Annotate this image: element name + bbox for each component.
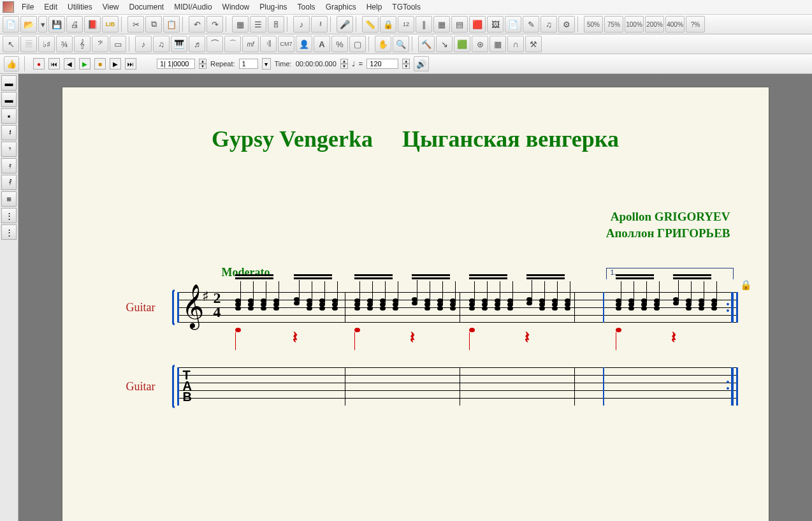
edit-icon[interactable]: ✎	[523, 16, 539, 33]
note-chord[interactable]	[354, 298, 360, 310]
paste-icon[interactable]: 📋	[163, 16, 180, 33]
print-icon[interactable]: 🖨	[66, 16, 83, 33]
menu-file[interactable]: File	[17, 1, 39, 13]
rest-icon[interactable]: 𝄽	[311, 16, 328, 33]
tie-tool-icon[interactable]: ⁀	[207, 36, 223, 52]
counter-spinner[interactable]: ▲▼	[199, 59, 207, 69]
layout-icon[interactable]: ▤	[451, 16, 468, 33]
color-icon[interactable]: 🟥	[469, 16, 486, 33]
note-mover-icon[interactable]: ↘	[436, 36, 453, 52]
zoom-tool-icon[interactable]: 🔍	[393, 36, 409, 52]
note-chord[interactable]	[469, 298, 475, 310]
menu-edit[interactable]: Edit	[39, 1, 62, 13]
beam-icon[interactable]: ≡	[1, 191, 17, 207]
save-icon[interactable]: 💾	[48, 16, 65, 33]
note-chord[interactable]	[654, 298, 660, 310]
bass-clef-icon[interactable]: 𝄢	[92, 36, 108, 52]
menu-utilities[interactable]: Utilities	[62, 1, 98, 13]
note-chord[interactable]	[628, 298, 634, 310]
lyric-tool-icon[interactable]: 👤	[296, 36, 312, 52]
speedy-entry-icon[interactable]: ♫	[540, 16, 557, 33]
note-chord[interactable]	[367, 298, 373, 310]
menu-midi-audio[interactable]: MIDI/Audio	[169, 1, 217, 13]
score-area[interactable]: Gypsy Vengerka Цыганская венгерка Apollo…	[18, 74, 812, 521]
score-page[interactable]: Gypsy Vengerka Цыганская венгерка Apollo…	[62, 87, 769, 521]
zoom-100-button[interactable]: 100%	[625, 16, 644, 33]
treble-clef-icon[interactable]: 𝄞	[74, 36, 91, 52]
palette-tool-icon[interactable]: ⊛	[472, 36, 488, 52]
note-chord[interactable]	[424, 298, 430, 310]
thumbs-up-icon[interactable]: 👍	[4, 56, 19, 71]
zoom-75-button[interactable]: 75%	[604, 16, 623, 33]
fretboard-icon[interactable]: ▦	[489, 36, 506, 52]
dropdown-icon[interactable]: ▾	[38, 16, 47, 33]
note-chord[interactable]	[273, 298, 279, 310]
ffwd-button[interactable]: ⏭	[125, 58, 136, 70]
staff-notation[interactable]: 𝄞 ♯ 24 1. 🔒 ••	[177, 292, 738, 323]
note-chord[interactable]	[482, 298, 488, 310]
measure-counter-input[interactable]	[157, 59, 195, 69]
more-rests2-icon[interactable]: ⋮	[1, 224, 17, 240]
step-fwd-button[interactable]: ▶	[110, 58, 121, 70]
measure-tool-icon[interactable]: ▭	[110, 36, 126, 52]
note-chord[interactable]	[437, 298, 443, 310]
note-chord[interactable]	[673, 297, 679, 305]
staff-tab[interactable]: T A B ••	[177, 367, 738, 406]
library-icon[interactable]: LIB	[102, 16, 119, 33]
dynamic-tool-icon[interactable]: mf	[242, 36, 259, 52]
percent-tool-icon[interactable]: %	[331, 36, 348, 52]
note-chord[interactable]	[699, 298, 704, 310]
tuplet-tool-icon[interactable]: ♬	[189, 36, 205, 52]
key-sig-tool-icon[interactable]: ♭♯	[38, 36, 55, 52]
page-icon[interactable]: 📄	[505, 16, 521, 33]
more-rests-icon[interactable]: ⋮	[1, 208, 17, 223]
rewind-button[interactable]: ⏮	[48, 58, 60, 70]
play-button[interactable]: ▶	[79, 58, 91, 70]
lock-icon[interactable]: 🔒	[380, 16, 396, 33]
whole-rest-icon[interactable]: ▬	[1, 75, 17, 91]
tempo-spinner[interactable]: ▲▼	[402, 59, 410, 69]
hammer-tool-icon[interactable]: 🔨	[418, 36, 435, 52]
options-icon[interactable]: ⚙	[558, 16, 575, 33]
book-icon[interactable]: 📕	[84, 16, 101, 33]
note-chord[interactable]	[393, 298, 398, 310]
studio-view-icon[interactable]: 🎚	[268, 16, 284, 33]
mic-icon[interactable]: 🎤	[337, 16, 353, 33]
zoom-custom-button[interactable]: ?%	[686, 16, 705, 33]
stop-button[interactable]: ■	[94, 58, 106, 70]
bass-note[interactable]	[235, 328, 241, 350]
measure-number-icon[interactable]: 12	[398, 16, 414, 33]
selection-tool-icon[interactable]: ↖	[3, 36, 19, 52]
note-chord[interactable]	[526, 297, 532, 305]
barline-tool-icon[interactable]: ‖	[416, 16, 432, 33]
eighth-rest-icon[interactable]: 𝄽	[1, 125, 17, 140]
half-rest-icon[interactable]: ▬	[1, 92, 17, 107]
note-chord[interactable]	[235, 298, 241, 310]
note-chord[interactable]	[552, 298, 558, 310]
new-file-icon[interactable]: 📄	[3, 16, 19, 33]
menu-graphics[interactable]: Graphics	[321, 1, 361, 13]
note-chord[interactable]	[495, 298, 500, 310]
note-chord[interactable]	[412, 297, 417, 305]
sixteenth-rest-icon[interactable]: 𝄾	[1, 142, 17, 157]
image-icon[interactable]: 🖼	[487, 16, 504, 33]
page-layout-tool-icon[interactable]: ▢	[349, 36, 366, 52]
time-spinner[interactable]: ▲▼	[340, 59, 348, 69]
text-tool-icon[interactable]: A	[314, 36, 330, 52]
hand-tool-icon[interactable]: ✋	[375, 36, 391, 52]
note-chord[interactable]	[319, 298, 325, 310]
note-chord[interactable]	[450, 298, 456, 310]
bass-note[interactable]	[354, 328, 360, 350]
redo-icon[interactable]: ↷	[207, 16, 223, 33]
menu-document[interactable]: Document	[124, 1, 170, 13]
graphics-tool-icon[interactable]: 🟩	[454, 36, 470, 52]
cut-icon[interactable]: ✂	[127, 16, 144, 33]
note-chord[interactable]	[294, 297, 300, 305]
open-folder-icon[interactable]: 📂	[20, 16, 37, 33]
tempo-input[interactable]	[366, 59, 398, 69]
grid-icon[interactable]: ▦	[433, 16, 450, 33]
lock-icon[interactable]: 🔒	[740, 279, 750, 290]
copy-icon[interactable]: ⧉	[145, 16, 162, 33]
eighth-note-icon[interactable]: ♫	[153, 36, 170, 52]
menu-window[interactable]: Window	[217, 1, 255, 13]
